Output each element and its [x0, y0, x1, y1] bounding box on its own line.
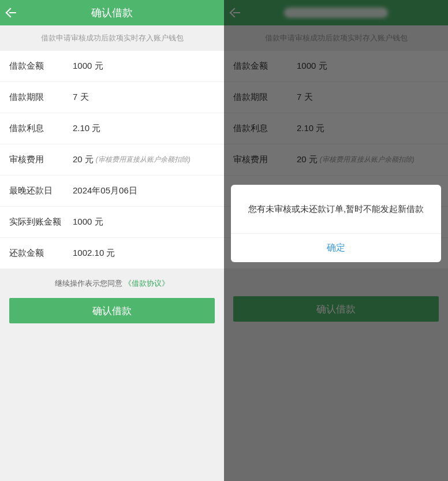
value-period: 7 天	[73, 92, 89, 103]
value-interest: 2.10 元	[73, 123, 100, 134]
page-title: 确认借款	[0, 6, 224, 20]
screen-right: 借款申请审核成功后款项实时存入账户钱包 借款金额 1000 元 借款期限 7 天…	[224, 0, 448, 481]
label-due: 最晚还款日	[9, 185, 73, 196]
row-repay: 还款金额 1002.10 元	[0, 238, 224, 269]
label-amount: 借款金额	[9, 61, 73, 72]
agreement-link[interactable]: 《借款协议》	[124, 279, 169, 288]
label-actual: 实际到账金额	[9, 217, 73, 228]
back-arrow-icon	[6, 8, 16, 18]
label-repay: 还款金额	[9, 248, 73, 259]
value-repay: 1002.10 元	[73, 248, 115, 259]
value-due: 2024年05月06日	[73, 185, 137, 196]
row-fee: 审核费用 20 元 (审核费用直接从账户余额扣除)	[0, 144, 224, 176]
dialog-ok-button[interactable]: 确定	[231, 234, 441, 262]
row-interest: 借款利息 2.10 元	[0, 113, 224, 144]
hint-fee: (审核费用直接从账户余额扣除)	[96, 155, 191, 165]
agreement-prefix: 继续操作表示您同意	[55, 279, 122, 288]
row-due: 最晚还款日 2024年05月06日	[0, 176, 224, 207]
dialog-message: 您有未审核或未还款订单,暂时不能发起新借款	[231, 185, 441, 233]
label-interest: 借款利息	[9, 123, 73, 134]
row-period: 借款期限 7 天	[0, 82, 224, 113]
value-amount: 1000 元	[73, 61, 103, 72]
label-period: 借款期限	[9, 92, 73, 103]
row-amount: 借款金额 1000 元	[0, 51, 224, 82]
back-button[interactable]	[7, 0, 16, 25]
header: 确认借款	[0, 0, 224, 25]
value-fee: 20 元	[73, 154, 94, 165]
loan-detail-list: 借款金额 1000 元 借款期限 7 天 借款利息 2.10 元 审核费用 20…	[0, 51, 224, 269]
confirm-loan-button[interactable]: 确认借款	[9, 298, 215, 323]
label-fee: 审核费用	[9, 154, 73, 165]
row-actual: 实际到账金额 1000 元	[0, 207, 224, 238]
value-actual: 1000 元	[73, 217, 103, 228]
agreement-line: 继续操作表示您同意 《借款协议》	[0, 269, 224, 298]
screen-left: 确认借款 借款申请审核成功后款项实时存入账户钱包 借款金额 1000 元 借款期…	[0, 0, 224, 481]
alert-dialog: 您有未审核或未还款订单,暂时不能发起新借款 确定	[231, 185, 441, 262]
notice-text: 借款申请审核成功后款项实时存入账户钱包	[0, 25, 224, 51]
